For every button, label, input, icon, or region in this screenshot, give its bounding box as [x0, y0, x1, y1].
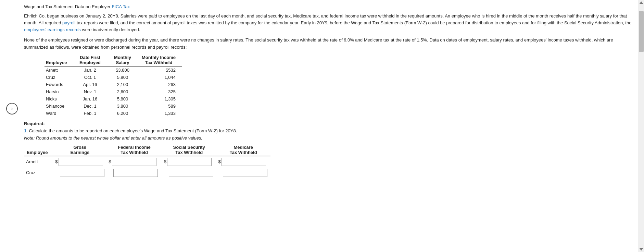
col-gross-earnings-header: GrossEarnings [53, 144, 106, 156]
arnett-ss-cell: $ [162, 156, 216, 167]
table-row: Harvin Nov. 1 2,600 325 [45, 88, 182, 95]
date-first-cell: Jan. 2 [75, 66, 110, 74]
income-tax-cell: 263 [140, 81, 182, 88]
col-social-security-header: Social SecurityTax Withheld [162, 144, 216, 156]
salary-cell: 2,600 [110, 88, 140, 95]
salary-cell: $3,800 [110, 66, 140, 74]
date-first-cell: Jan. 16 [75, 95, 110, 103]
note-label: Note: [24, 135, 35, 141]
paragraph-2: None of the employees resigned or were d… [24, 37, 633, 50]
salary-cell: 2,100 [110, 81, 140, 88]
col-employee-header: Employee [45, 54, 75, 66]
cruz-medicare-input[interactable] [223, 169, 267, 177]
cruz-name-cell: Cruz [24, 167, 53, 178]
arnett-medicare-cell: $ [216, 156, 270, 167]
income-tax-cell: $532 [140, 66, 182, 74]
date-first-cell: Nov. 1 [75, 88, 110, 95]
input-table-header-row: Employee GrossEarnings Federal IncomeTax… [24, 144, 270, 156]
arnett-federal-cell: $ [106, 156, 162, 167]
col-date-first-header: Date FirstEmployed [75, 54, 110, 66]
cruz-gross-cell [53, 167, 106, 178]
required-label: Required: [24, 121, 633, 126]
emp-name-cell: Arnett [45, 66, 75, 74]
income-tax-cell: 325 [140, 88, 182, 95]
col-federal-income-tax-header: Federal IncomeTax Withheld [106, 144, 162, 156]
cruz-ss-cell [162, 167, 216, 178]
payroll-link[interactable]: payroll [62, 20, 75, 25]
emp-name-cell: Edwards [45, 81, 75, 88]
chevron-right-icon: › [11, 106, 13, 112]
income-tax-cell: 1,044 [140, 74, 182, 81]
arnett-federal-input[interactable] [112, 158, 156, 166]
question-body: Calculate the amounts to be reported on … [29, 128, 237, 133]
note-body: Round amounts to the nearest whole dolla… [36, 135, 202, 141]
salary-cell: 5,800 [110, 74, 140, 81]
nav-forward-button[interactable]: › [6, 103, 18, 115]
cruz-federal-cell [106, 167, 162, 178]
arnett-gross-input[interactable] [59, 158, 103, 166]
arnett-medicare-input[interactable] [222, 158, 266, 166]
scrollbar-down-arrow[interactable] [639, 248, 643, 251]
income-tax-cell: 1,305 [140, 95, 182, 103]
emp-name-cell: Harvin [45, 88, 75, 95]
arnett-name-cell: Arnett [24, 156, 53, 167]
fica-tax-link[interactable]: FICA Tax [112, 4, 130, 9]
dollar-sign: $ [164, 159, 166, 164]
dollar-sign: $ [55, 159, 58, 164]
salary-cell: 3,800 [110, 103, 140, 110]
scrollbar-thumb[interactable] [639, 11, 644, 52]
table-row: Edwards Apr. 16 2,100 263 [45, 81, 182, 88]
emp-name-cell: Nicks [45, 95, 75, 103]
income-tax-cell: 589 [140, 103, 182, 110]
col-monthly-salary-header: MonthlySalary [110, 54, 140, 66]
table-row: Shiancoe Dec. 1 3,800 589 [45, 103, 182, 110]
salary-cell: 5,800 [110, 95, 140, 103]
dollar-sign: $ [109, 159, 111, 164]
title-line: Wage and Tax Statement Data on Employer … [24, 4, 633, 9]
emp-name-cell: Ward [45, 110, 75, 117]
date-first-cell: Feb. 1 [75, 110, 110, 117]
input-answer-table: Employee GrossEarnings Federal IncomeTax… [24, 144, 270, 178]
col-medicare-tax-header: MedicareTax Withheld [216, 144, 270, 156]
title-text: Wage and Tax Statement Data on Employer [24, 4, 111, 9]
note-text: Note: Round amounts to the nearest whole… [24, 135, 633, 141]
date-first-cell: Dec. 1 [75, 103, 110, 110]
col-monthly-income-tax-header: Monthly IncomeTax Withheld [140, 54, 182, 66]
scrollbar[interactable] [638, 0, 644, 252]
arnett-gross-cell: $ [53, 156, 106, 167]
scrollbar-up-arrow[interactable] [639, 1, 643, 4]
table-row: Arnett Jan. 2 $3,800 $532 [45, 66, 182, 74]
input-row-arnett: Arnett $ $ [24, 156, 270, 167]
income-tax-cell: 1,333 [140, 110, 182, 117]
salary-cell: 6,200 [110, 110, 140, 117]
date-first-cell: Oct. 1 [75, 74, 110, 81]
cruz-ss-input[interactable] [169, 169, 213, 177]
earnings-records-link[interactable]: employees' earnings records [24, 27, 81, 32]
arnett-ss-input[interactable] [167, 158, 212, 166]
question-1-text: 1. Calculate the amounts to be reported … [24, 128, 633, 133]
question-number: 1. [24, 128, 28, 133]
date-first-cell: Apr. 16 [75, 81, 110, 88]
col-employee-input-header: Employee [24, 144, 53, 156]
table-row: Nicks Jan. 16 5,800 1,305 [45, 95, 182, 103]
emp-name-cell: Shiancoe [45, 103, 75, 110]
cruz-federal-input[interactable] [113, 169, 158, 177]
table-row: Ward Feb. 1 6,200 1,333 [45, 110, 182, 117]
employee-data-table: Employee Date FirstEmployed MonthlySalar… [45, 54, 182, 117]
emp-name-cell: Cruz [45, 74, 75, 81]
cruz-medicare-cell [216, 167, 270, 178]
dollar-sign: $ [218, 159, 220, 164]
cruz-gross-input[interactable] [60, 169, 104, 177]
main-content: Wage and Tax Statement Data on Employer … [21, 0, 636, 252]
emp-table-header-row: Employee Date FirstEmployed MonthlySalar… [45, 54, 182, 66]
page-wrapper: › Wage and Tax Statement Data on Employe… [0, 0, 644, 252]
input-row-cruz: Cruz [24, 167, 270, 178]
paragraph-1: Ehrlich Co. began business on January 2,… [24, 13, 633, 33]
table-row: Cruz Oct. 1 5,800 1,044 [45, 74, 182, 81]
